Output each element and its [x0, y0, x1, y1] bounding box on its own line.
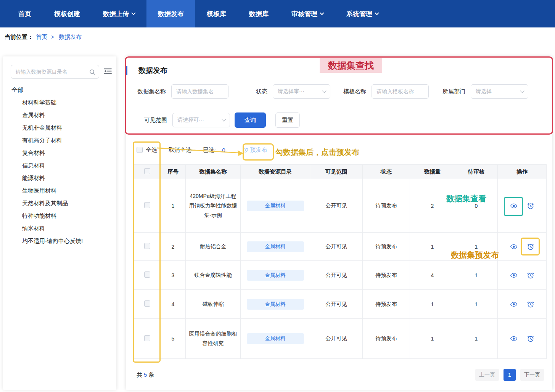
visibility-cell-wrap: 公开可见: [310, 261, 363, 290]
row-checkbox[interactable]: [144, 335, 150, 341]
search-button[interactable]: 查询: [235, 112, 266, 128]
row-index: 5: [172, 336, 175, 342]
status-cell: 待预发布: [376, 301, 397, 307]
pending-count-cell: 1: [475, 272, 478, 278]
nav-item-label: 模板库: [207, 10, 226, 18]
collapse-tree-icon[interactable]: [104, 68, 112, 76]
select-all-checkbox[interactable]: [137, 147, 143, 153]
breadcrumb-current-link[interactable]: 数据发布: [59, 34, 82, 40]
next-page-button[interactable]: 下一页: [520, 369, 544, 381]
sidebar-item-7[interactable]: 能源材料: [3, 172, 116, 185]
reset-button[interactable]: 重置: [275, 112, 300, 128]
view-icon[interactable]: [510, 243, 518, 251]
prepublish-icon[interactable]: [527, 272, 534, 279]
data-count-cell-wrap: 2: [410, 179, 455, 233]
selected-label: 已选:: [203, 146, 216, 154]
visibility-cell-wrap: 公开可见: [310, 233, 363, 261]
nav-item-7[interactable]: 审核管理: [280, 0, 335, 27]
sidebar-item-8[interactable]: 生物医用材料: [3, 185, 116, 197]
row-checkbox[interactable]: [144, 300, 150, 307]
dataset-name-input[interactable]: [171, 84, 228, 99]
nav-item-4[interactable]: 数据发布: [146, 0, 195, 27]
pending-count-cell: 0: [475, 203, 478, 209]
row-checkbox-cell: [134, 179, 161, 233]
pending-count-cell-wrap: 0: [455, 179, 498, 233]
row-checkbox[interactable]: [144, 202, 150, 208]
catalog-cell: 金属材料: [241, 179, 310, 233]
sidebar-item-6[interactable]: 信息材料: [3, 159, 116, 172]
breadcrumb-home-link[interactable]: 首页: [36, 34, 47, 40]
sidebar-item-12[interactable]: 均不适用-请向中心反馈!: [3, 235, 116, 247]
template-name-input[interactable]: [372, 84, 429, 99]
deselect-all-button[interactable]: 取消全选: [169, 146, 191, 154]
operations-cell: [498, 319, 547, 359]
prepublish-icon[interactable]: [527, 300, 534, 308]
page-number-button[interactable]: 1: [504, 369, 516, 381]
top-nav: 首页模板创建数据上传数据发布模板库数据库审核管理系统管理: [0, 0, 555, 27]
panel-title-row: 数据发布: [126, 66, 552, 76]
row-index-cell: 1: [161, 179, 186, 233]
template-name-label: 模板名称: [343, 88, 366, 95]
nav-item-3[interactable]: 数据上传: [92, 0, 146, 27]
prepublish-icon[interactable]: [527, 243, 534, 251]
dataset-name: 420MPa级海洋工程用钢板力学性能数据集-示例: [189, 191, 237, 220]
nav-item-label: 数据上传: [103, 10, 129, 18]
pending-count-cell: 1: [475, 301, 478, 307]
nav-item-label: 模板创建: [54, 10, 80, 18]
status-select[interactable]: 请选择审···: [273, 84, 330, 99]
row-index-cell: 5: [161, 319, 186, 359]
data-count-cell: 2: [431, 203, 434, 209]
sidebar-item-9[interactable]: 天然材料及其制品: [3, 197, 116, 210]
visibility-select[interactable]: 请选择可···: [172, 113, 230, 127]
sidebar-item-1[interactable]: 材料科学基础: [3, 96, 116, 109]
nav-item-label: 系统管理: [346, 10, 372, 18]
view-icon[interactable]: [510, 300, 518, 308]
sidebar-item-4[interactable]: 有机高分子材料: [3, 134, 116, 147]
sidebar-item-10[interactable]: 特种功能材料: [3, 210, 116, 222]
prepublish-icon[interactable]: [527, 202, 534, 210]
catalog-tag: 金属材料: [247, 270, 304, 281]
sidebar-item-2[interactable]: 金属材料: [3, 109, 116, 122]
title-accent-bar: [126, 66, 127, 75]
status-cell-wrap: 待预发布: [363, 261, 410, 290]
catalog-search-input[interactable]: [11, 65, 99, 78]
nav-item-1[interactable]: 首页: [7, 0, 43, 27]
sidebar-item-5[interactable]: 复合材料: [3, 147, 116, 159]
sidebar-item-all[interactable]: 全部: [3, 82, 116, 96]
view-icon[interactable]: [510, 335, 518, 342]
total-prefix: 共: [137, 371, 142, 378]
row-index: 1: [172, 203, 175, 209]
panel-footer: 共5条 上一页 1 下一页: [126, 369, 552, 381]
view-icon[interactable]: [510, 272, 518, 279]
breadcrumb-separator: >: [51, 34, 54, 40]
nav-item-5[interactable]: 模板库: [195, 0, 238, 27]
column-header-2: 数据集名称: [186, 165, 241, 179]
nav-item-2[interactable]: 模板创建: [43, 0, 92, 27]
row-checkbox[interactable]: [144, 243, 150, 249]
department-select[interactable]: 请选择: [471, 84, 528, 99]
visibility-cell: 公开可见: [326, 272, 347, 278]
data-count-cell: 4: [431, 272, 434, 278]
sidebar-item-3[interactable]: 无机非金属材料: [3, 122, 116, 134]
catalog-cell: 金属材料: [241, 290, 310, 319]
column-header-7: 待审核: [455, 165, 498, 179]
nav-item-6[interactable]: 数据库: [238, 0, 280, 27]
catalog-tag: 金属材料: [247, 201, 304, 211]
catalog-tag: 金属材料: [247, 299, 304, 310]
sidebar-item-11[interactable]: 纳米材料: [3, 222, 116, 235]
operations-cell: [498, 290, 547, 319]
row-checkbox[interactable]: [144, 272, 150, 278]
data-count-cell: 1: [431, 301, 434, 307]
prev-page-button[interactable]: 上一页: [475, 369, 499, 381]
view-icon[interactable]: [510, 202, 518, 210]
header-checkbox[interactable]: [144, 168, 150, 174]
prepublish-icon[interactable]: [527, 335, 534, 342]
visibility-cell: 公开可见: [326, 202, 347, 209]
table-row: 1 420MPa级海洋工程用钢板力学性能数据集-示例 金属材料 公开可见 待预发…: [134, 179, 547, 233]
search-icon: [89, 69, 95, 77]
status-cell: 待预发布: [376, 272, 397, 278]
prepublish-button[interactable]: 预发布: [242, 146, 267, 154]
nav-item-8[interactable]: 系统管理: [335, 0, 390, 27]
main-panel: 数据发布 数据集名称 状态 请选择审··· 模板名称 所属部门 请选择 可见范围…: [126, 56, 552, 390]
department-label: 所属部门: [442, 88, 465, 95]
